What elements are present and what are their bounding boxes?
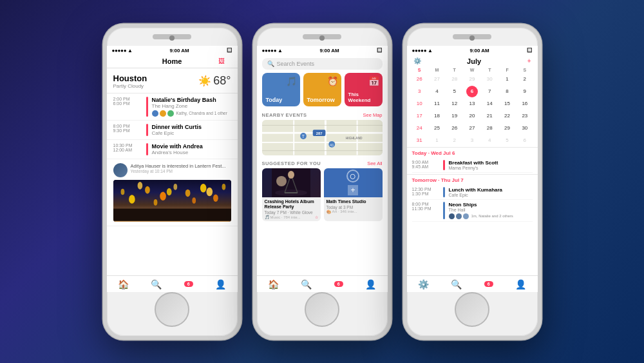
time-2: 9:00 AM: [319, 48, 339, 54]
map-preview[interactable]: 287 T 41 HIGHLAND: [262, 120, 383, 155]
cal-date[interactable]: 18: [431, 110, 442, 122]
search-bar[interactable]: 🔍 Search Events: [262, 58, 383, 70]
event-time-2: 8:00 PM 9:30 PM: [113, 124, 142, 133]
cal-date[interactable]: 17: [413, 110, 425, 122]
nav-bar-1: Home 🖼: [107, 55, 238, 68]
cal-date[interactable]: 31: [413, 135, 425, 146]
cal-date[interactable]: 4: [431, 86, 442, 97]
time-1: 9:00 AM: [169, 48, 189, 54]
svg-point-9: [120, 188, 124, 195]
cal-date[interactable]: 27: [431, 74, 442, 85]
event-item-2[interactable]: 8:00 PM 9:30 PM Dinner with Curtis Cafe …: [107, 121, 238, 140]
agenda-today-section: Today · Wed Jul 6 9:00 AM 9:45 AM Breakf…: [407, 147, 538, 174]
settings-icon[interactable]: ⚙️: [413, 57, 421, 64]
tab-search-2[interactable]: 🔍: [301, 279, 312, 289]
cal-date[interactable]: 6: [519, 135, 531, 146]
phone-1-home: ●●●●● ▲ 9:00 AM 🔲 Home 🖼 Houston Partly …: [103, 24, 242, 340]
cal-date[interactable]: 24: [413, 123, 425, 134]
cal-date[interactable]: 26: [413, 74, 425, 85]
event-bar-1: [146, 97, 148, 117]
suggest-card-2[interactable]: ○ + Math Times Studio Today at 3 PM 🎨 Ar…: [324, 168, 383, 222]
tab-badge-3[interactable]: 6: [484, 281, 493, 287]
tab-home-1[interactable]: 🏠: [118, 279, 129, 289]
day-sun: S: [411, 68, 428, 72]
tab-settings-3[interactable]: ⚙️: [418, 279, 429, 289]
cal-date[interactable]: 30: [484, 74, 495, 85]
cal-date[interactable]: 12: [449, 98, 460, 110]
add-icon[interactable]: +: [527, 57, 531, 64]
see-map-link[interactable]: See Map: [363, 112, 382, 118]
filter-today[interactable]: 🎵 Today: [262, 73, 300, 106]
svg-point-15: [222, 184, 225, 190]
day-wed: W: [463, 68, 480, 72]
cal-week-3: 10 11 12 13 14 15 16: [411, 98, 534, 110]
agenda-details-lunch: Lunch with Kumahara Cafe Epic: [449, 187, 533, 197]
agenda-details-neon: Neon Ships The Hall 1m, Natalie and 2 ot…: [449, 202, 533, 219]
tab-home-2[interactable]: 🏠: [268, 279, 279, 289]
suggest-meta-1: 🎵 Music · 784 inte... ☆: [265, 215, 318, 219]
cal-date[interactable]: 8: [502, 86, 513, 97]
tab-search-1[interactable]: 🔍: [151, 279, 162, 289]
cal-date[interactable]: 9: [519, 86, 531, 97]
tab-bar-2: 🏠 🔍 6 👤: [257, 275, 388, 292]
star-icon-1[interactable]: ☆: [315, 215, 318, 219]
cal-date[interactable]: 14: [484, 98, 495, 110]
cal-date[interactable]: 7: [484, 86, 495, 97]
camera-1: [169, 35, 175, 41]
cal-date[interactable]: 2: [519, 74, 531, 85]
tab-profile-1[interactable]: 👤: [215, 279, 226, 289]
agenda-item-breakfast[interactable]: 9:00 AM 9:45 AM Breakfast with Scott Mam…: [412, 158, 533, 173]
cal-date[interactable]: 5: [449, 86, 460, 97]
svg-point-2: [129, 195, 135, 203]
filter-weekend[interactable]: 📅 This Weekend: [345, 73, 383, 106]
cal-date[interactable]: 21: [484, 110, 495, 122]
cal-month: July: [421, 57, 527, 65]
event-item-3[interactable]: 10:30 PM 12:00 AM Movie with Andrea Andr…: [107, 140, 238, 159]
tab-badge-1[interactable]: 6: [184, 281, 193, 287]
tab-profile-2[interactable]: 👤: [365, 279, 376, 289]
cal-date[interactable]: 29: [466, 74, 478, 85]
social-user: Aditya Hauser is interested in Lantern F…: [131, 163, 226, 169]
agenda-item-lunch[interactable]: 12:30 PM 1:30 PM Lunch with Kumahara Caf…: [412, 185, 533, 200]
tab-badge-2[interactable]: 6: [334, 281, 343, 287]
cal-date[interactable]: 27: [466, 123, 478, 134]
tab-search-3[interactable]: 🔍: [451, 279, 462, 289]
tomorrow-icon: ⏰: [327, 76, 338, 86]
cal-date[interactable]: 30: [519, 123, 531, 134]
cal-date[interactable]: 13: [466, 98, 478, 110]
cal-date[interactable]: 26: [449, 123, 460, 134]
cal-date[interactable]: 10: [413, 98, 425, 110]
cal-date[interactable]: 19: [449, 110, 460, 122]
cal-date[interactable]: 20: [466, 110, 478, 122]
cal-date[interactable]: 2: [449, 135, 460, 146]
cal-date[interactable]: 22: [502, 110, 513, 122]
cal-date-today[interactable]: 6: [466, 86, 478, 97]
agenda-item-neon[interactable]: 8:00 PM 11:30 PM Neon Ships The Hall 1m,…: [412, 200, 533, 222]
cal-date[interactable]: 16: [519, 98, 531, 110]
circle-icon: ○: [346, 170, 359, 182]
cal-date[interactable]: 23: [519, 110, 531, 122]
cal-date[interactable]: 3: [466, 135, 478, 146]
cal-date[interactable]: 3: [413, 86, 425, 97]
agenda-time-lunch: 12:30 PM 1:30 PM: [412, 187, 439, 196]
battery-3: 🔲: [527, 48, 533, 53]
cal-date[interactable]: 28: [484, 123, 495, 134]
svg-text:287: 287: [316, 132, 323, 135]
cal-date[interactable]: 28: [449, 74, 460, 85]
suggest-card-1[interactable]: Crashing Hotels Album Release Party Toda…: [262, 168, 321, 222]
filter-tomorrow[interactable]: ⏰ Tomorrow: [303, 73, 341, 106]
cal-date[interactable]: 29: [502, 123, 513, 134]
event-avatars-1: Kathy, Chandra and 1 other: [152, 110, 231, 117]
see-all-link[interactable]: See All: [367, 161, 382, 166]
concert-image: [262, 168, 321, 197]
cal-date[interactable]: 25: [431, 123, 442, 134]
cal-date[interactable]: 15: [502, 98, 513, 110]
cal-date[interactable]: 1: [502, 74, 513, 85]
svg-text:41: 41: [329, 142, 334, 146]
cal-date[interactable]: 5: [502, 135, 513, 146]
cal-date[interactable]: 11: [431, 98, 442, 110]
tab-profile-3[interactable]: 👤: [515, 279, 526, 289]
event-item-1[interactable]: 2:00 PM 6:00 PM Natalie's Birthday Bash …: [107, 93, 238, 121]
cal-date[interactable]: 1: [431, 135, 442, 146]
cal-date[interactable]: 4: [484, 135, 495, 146]
